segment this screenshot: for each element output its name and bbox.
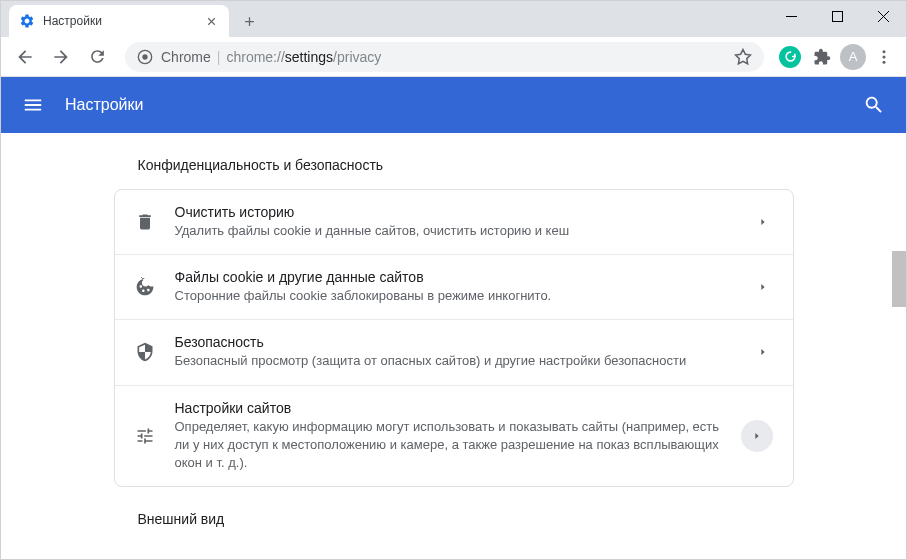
settings-gear-icon — [19, 13, 35, 29]
chevron-right-icon — [753, 277, 773, 297]
maximize-button[interactable] — [814, 1, 860, 31]
svg-point-2 — [142, 54, 147, 59]
extensions-icon[interactable] — [808, 43, 836, 71]
window-controls — [768, 1, 906, 31]
minimize-button[interactable] — [768, 1, 814, 31]
section-title-appearance: Внешний вид — [114, 511, 794, 543]
row-subtitle: Определяет, какую информацию могут испол… — [175, 418, 721, 473]
row-subtitle: Сторонние файлы cookie заблокированы в р… — [175, 287, 733, 305]
extension-grammarly-icon[interactable] — [776, 43, 804, 71]
row-security[interactable]: Безопасность Безопасный просмотр (защита… — [115, 320, 793, 385]
reload-button[interactable] — [81, 41, 113, 73]
browser-toolbar: Chrome | chrome://settings/privacy A — [1, 37, 906, 77]
row-title: Файлы cookie и другие данные сайтов — [175, 269, 733, 285]
back-button[interactable] — [9, 41, 41, 73]
svg-point-4 — [883, 55, 886, 58]
privacy-card: Очистить историю Удалить файлы cookie и … — [114, 189, 794, 487]
row-title: Очистить историю — [175, 204, 733, 220]
row-cookies[interactable]: Файлы cookie и другие данные сайтов Стор… — [115, 255, 793, 320]
tune-icon — [135, 426, 155, 446]
profile-avatar[interactable]: A — [840, 44, 866, 70]
cookie-icon — [135, 277, 155, 297]
page-title: Настройки — [65, 96, 862, 114]
chevron-right-icon — [753, 212, 773, 232]
menu-dots-icon[interactable] — [870, 43, 898, 71]
svg-point-3 — [883, 50, 886, 53]
bookmark-star-icon[interactable] — [734, 48, 752, 66]
window-close-button[interactable] — [860, 1, 906, 31]
svg-point-5 — [883, 60, 886, 63]
svg-rect-0 — [832, 11, 842, 21]
row-title: Настройки сайтов — [175, 400, 721, 416]
settings-header: Настройки — [1, 77, 906, 133]
row-title: Безопасность — [175, 334, 733, 350]
search-icon[interactable] — [862, 93, 886, 117]
shield-icon — [135, 342, 155, 362]
row-subtitle: Удалить файлы cookie и данные сайтов, оч… — [175, 222, 733, 240]
row-site-settings[interactable]: Настройки сайтов Определяет, какую инфор… — [115, 386, 793, 487]
row-clear-history[interactable]: Очистить историю Удалить файлы cookie и … — [115, 190, 793, 255]
browser-tab[interactable]: Настройки — [9, 5, 229, 37]
omnibox-text: Chrome | chrome://settings/privacy — [161, 49, 381, 65]
chevron-right-icon — [741, 420, 773, 452]
tab-title: Настройки — [43, 14, 195, 28]
row-subtitle: Безопасный просмотр (защита от опасных с… — [175, 352, 733, 370]
chevron-right-icon — [753, 342, 773, 362]
site-info-icon[interactable] — [137, 49, 153, 65]
content-area: Конфиденциальность и безопасность Очисти… — [1, 133, 906, 560]
forward-button[interactable] — [45, 41, 77, 73]
hamburger-menu-icon[interactable] — [21, 93, 45, 117]
scrollbar-thumb[interactable] — [892, 251, 906, 307]
address-bar[interactable]: Chrome | chrome://settings/privacy — [125, 42, 764, 72]
new-tab-button[interactable] — [235, 7, 263, 35]
close-icon[interactable] — [203, 13, 219, 29]
section-title-privacy: Конфиденциальность и безопасность — [114, 157, 794, 189]
trash-icon — [135, 212, 155, 232]
window-titlebar: Настройки — [1, 1, 906, 37]
